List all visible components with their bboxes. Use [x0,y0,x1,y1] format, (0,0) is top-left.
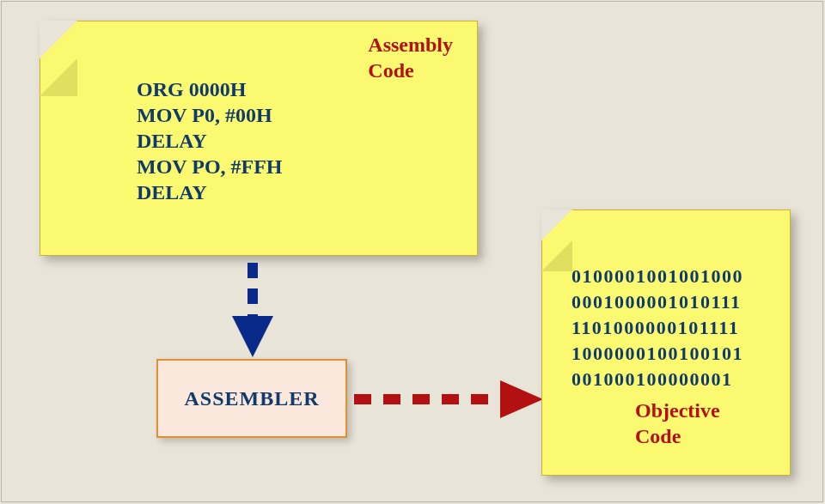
assembly-code-listing: ORG 0000H MOV P0, #00H DELAY MOV PO, #FF… [137,76,283,205]
code-line: MOV PO, #FFH [137,155,283,178]
code-line: DELAY [137,181,207,203]
assembly-code-label: Assembly Code [368,32,453,83]
assembler-box: ASSEMBLER [156,359,347,438]
assembler-label: ASSEMBLER [184,387,319,410]
note-fold-icon [541,209,572,240]
objective-code-note: 0100001001001000 0001000001010111 110100… [541,209,791,476]
objective-code-listing: 0100001001001000 0001000001010111 110100… [571,264,743,392]
label-line: Code [368,58,453,83]
svg-marker-1 [232,316,273,357]
code-line: 1101000000101111 [571,317,739,338]
note-fold-icon [40,21,77,58]
code-line: MOV P0, #00H [137,104,272,126]
arrow-assembler-to-objective-icon [349,378,547,421]
code-line: 0001000001010111 [571,291,742,313]
code-line: 1000000100100101 [571,343,743,364]
code-line: ORG 0000H [137,78,246,100]
code-line: 0100001001001000 [571,265,743,287]
svg-marker-3 [500,380,543,418]
arrow-assembly-to-assembler-icon [227,256,278,361]
code-line: 001000100000001 [571,368,733,390]
label-line: Objective [635,398,720,423]
assembly-code-note: Assembly Code ORG 0000H MOV P0, #00H DEL… [40,21,478,256]
label-line: Code [635,423,720,449]
label-line: Assembly [368,32,453,58]
objective-code-label: Objective Code [635,398,720,449]
code-line: DELAY [137,130,207,152]
